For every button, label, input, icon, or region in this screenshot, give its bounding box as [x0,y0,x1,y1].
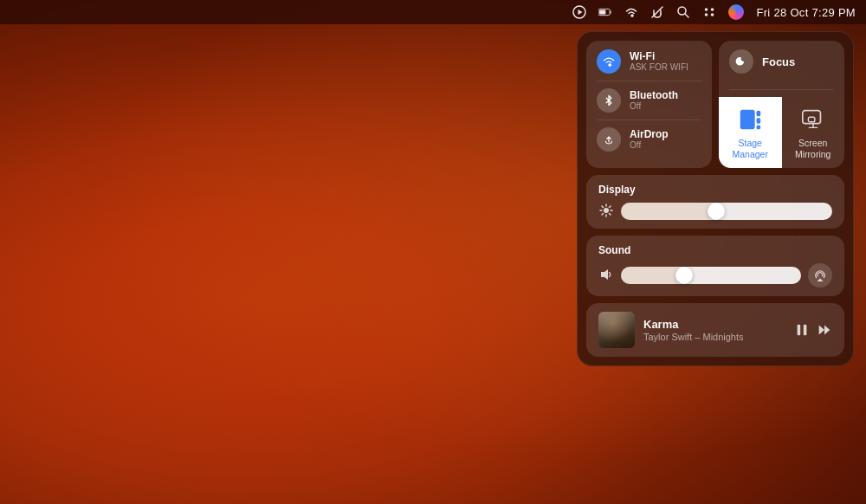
svg-marker-32 [818,279,824,282]
stage-manager-icon [736,106,764,133]
menubar-icons: Fri 28 Oct 7:29 PM [572,4,856,20]
svg-point-13 [711,13,714,16]
focus-toggle[interactable]: Focus [719,41,844,82]
now-playing-info: Karma Taylor Swift – Midnights [643,318,785,342]
wifi-name: Wi-Fi [630,50,688,62]
menubar-datetime[interactable]: Fri 28 Oct 7:29 PM [756,6,856,19]
spotlight-icon[interactable] [676,5,690,19]
cc-top-row: Wi-Fi ASK FOR WIFI Bluetooth Off [586,41,844,168]
focus-divider [729,89,834,90]
wifi-icon [597,49,621,74]
bluetooth-name: Bluetooth [630,89,678,101]
sound-section: Sound [586,236,844,296]
volume-slider[interactable] [621,267,801,284]
album-art [598,312,635,348]
sound-slider-row [598,263,832,288]
stage-manager-label: Stage Manager [726,138,775,159]
track-artist: Taylor Swift – Midnights [643,332,785,342]
airdrop-name: AirDrop [630,128,669,140]
menubar-date: Fri 28 Oct [756,6,808,19]
airdrop-sub: Off [630,140,669,151]
cc-focus-block: Focus Stage Manager [719,41,844,168]
svg-rect-34 [804,325,807,336]
brightness-thumb [708,203,725,220]
svg-rect-17 [757,126,761,130]
svg-line-27 [602,206,604,208]
play-icon[interactable] [572,5,586,19]
divider-2 [597,120,701,120]
display-slider-row [598,203,832,220]
focus-label: Focus [762,55,795,68]
screen-mirroring-button[interactable]: Screen Mirroring [782,97,845,168]
volume-icon [598,268,614,284]
svg-point-11 [711,8,714,11]
display-section: Display [586,175,844,229]
svg-rect-15 [757,111,761,117]
svg-rect-19 [808,117,815,122]
stage-manager-button[interactable]: Stage Manager [719,97,782,168]
svg-point-22 [604,208,609,213]
menubar-time: 7:29 PM [811,6,856,19]
sound-title: Sound [598,244,832,256]
disabled-icon[interactable] [650,5,664,19]
svg-marker-1 [578,10,583,15]
cc-buttons-row: Stage Manager Screen Mirroring [719,97,844,168]
bluetooth-icon [597,88,621,113]
svg-rect-16 [757,118,761,124]
wifi-toggle[interactable]: Wi-Fi ASK FOR WIFI [597,49,701,74]
svg-marker-36 [824,326,830,335]
bluetooth-sub: Off [630,101,678,112]
battery-icon[interactable] [598,5,612,19]
menubar: Fri 28 Oct 7:29 PM [0,0,866,24]
svg-marker-35 [819,326,824,335]
wifi-menubar-icon[interactable] [624,5,638,19]
svg-line-9 [685,14,688,17]
cc-network-block: Wi-Fi ASK FOR WIFI Bluetooth Off [586,41,712,168]
svg-line-28 [610,213,611,215]
screen-mirroring-label: Screen Mirroring [789,138,838,159]
bluetooth-text: Bluetooth Off [630,89,678,112]
svg-rect-14 [740,110,755,130]
siri-icon[interactable] [728,4,744,20]
focus-moon-icon [729,49,753,74]
wifi-text: Wi-Fi ASK FOR WIFI [630,50,688,73]
track-title: Karma [643,318,785,331]
svg-line-29 [610,206,611,208]
svg-line-30 [602,213,604,215]
album-art-image [598,312,635,348]
screen-mirroring-icon [799,106,827,133]
airdrop-toggle[interactable]: AirDrop Off [597,127,701,152]
control-center-icon[interactable] [702,5,716,19]
airdrop-icon [597,127,621,152]
svg-rect-3 [611,10,611,14]
brightness-low-icon [598,204,614,220]
svg-rect-4 [600,10,606,14]
svg-point-10 [705,8,708,11]
display-title: Display [598,184,832,196]
volume-thumb [675,267,693,284]
now-playing-controls [794,322,832,338]
wifi-sub: ASK FOR WIFI [630,62,688,73]
svg-point-12 [705,13,708,16]
divider-1 [597,81,701,81]
pause-button[interactable] [794,322,810,338]
svg-marker-31 [601,269,608,280]
skip-forward-button[interactable] [817,322,832,338]
now-playing-section: Karma Taylor Swift – Midnights [586,303,844,357]
bluetooth-toggle[interactable]: Bluetooth Off [597,88,701,113]
brightness-slider[interactable] [621,203,832,220]
svg-rect-33 [798,325,801,336]
airplay-button[interactable] [808,263,832,288]
control-center-panel: Wi-Fi ASK FOR WIFI Bluetooth Off [577,31,854,366]
airdrop-text: AirDrop Off [630,128,669,151]
